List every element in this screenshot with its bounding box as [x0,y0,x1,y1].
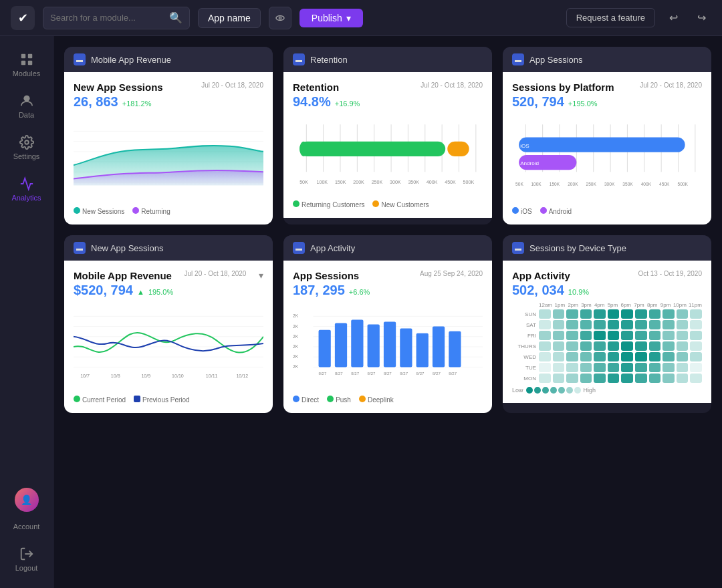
svg-rect-26 [299,142,445,156]
card5-icon: ▬ [293,242,305,254]
svg-rect-91 [368,325,380,368]
svg-text:100K: 100K [317,180,328,185]
search-icon: 🔍 [169,11,183,24]
svg-text:10/7: 10/7 [80,374,90,379]
svg-rect-28 [447,142,469,156]
svg-text:iOS: iOS [520,143,529,149]
svg-text:50K: 50K [515,182,523,186]
card4-expand[interactable]: ▾ [259,270,263,281]
svg-point-7 [25,140,29,144]
main-area: Modules Data Settings Analytics 👤 Accoun… [0,36,722,588]
svg-point-6 [23,96,29,102]
svg-text:500K: 500K [463,180,475,185]
svg-text:2K: 2K [293,344,299,349]
publish-button[interactable]: Publish ▾ [299,9,363,27]
svg-text:450K: 450K [445,180,456,185]
svg-text:8/27: 8/27 [335,371,343,376]
redo-button[interactable]: ↪ [691,8,711,28]
svg-text:300K: 300K [604,182,615,186]
svg-text:400K: 400K [427,180,438,185]
card1-header: ▬ Mobile App Revenue [64,47,273,72]
sidebar-item-data[interactable]: Data [3,88,50,124]
request-feature-button[interactable]: Request a feature [566,8,655,27]
svg-text:300K: 300K [390,180,401,185]
sidebar-item-account[interactable]: Account [3,517,50,536]
svg-rect-90 [351,319,363,367]
svg-rect-88 [319,330,331,368]
svg-rect-89 [335,323,347,368]
svg-rect-96 [449,331,461,368]
content-area: ▬ Mobile App Revenue New App Sessions Ju… [53,36,722,588]
card2-legend: Returning Customers New Customers [293,200,483,208]
svg-rect-27 [299,142,308,156]
svg-rect-93 [400,329,412,368]
svg-rect-3 [27,54,31,58]
sidebar-item-settings[interactable]: Settings [3,130,50,166]
card3-icon: ▬ [512,53,524,65]
svg-text:10/9: 10/9 [141,374,150,379]
svg-text:200K: 200K [353,180,364,185]
svg-text:8/27: 8/27 [416,371,425,376]
svg-text:100K: 100K [531,182,542,186]
sidebar-item-analytics[interactable]: Analytics [3,171,50,207]
svg-rect-2 [21,54,25,58]
card4-legend: Current Period Previous Period [74,396,263,404]
preview-button[interactable] [269,7,291,29]
svg-text:2K: 2K [293,313,299,318]
search-bar[interactable]: 🔍 [43,7,190,29]
svg-text:400K: 400K [641,182,652,186]
svg-text:200K: 200K [568,182,578,186]
sidebar: Modules Data Settings Analytics 👤 Accoun… [0,36,53,588]
card2-body: Retention Jul 20 - Oct 18, 2020 94.8% +1… [283,72,492,218]
card-retention: ▬ Retention Retention Jul 20 - Oct 18, 2… [283,47,492,225]
card4-icon: ▬ [74,242,86,254]
top-navigation: ✔ 🔍 App name Publish ▾ Request a feature… [0,0,722,36]
svg-text:450K: 450K [659,182,670,186]
svg-text:8/27: 8/27 [351,371,359,376]
card5-header: ▬ App Activity [283,235,492,261]
svg-rect-5 [27,61,31,65]
svg-text:350K: 350K [622,182,633,186]
svg-point-1 [279,17,281,19]
card-app-activity: ▬ App Activity App Sessions Aug 25 Sep 2… [283,235,492,413]
card6-icon: ▬ [512,242,524,254]
svg-text:8/27: 8/27 [400,371,408,376]
card1-legend: New Sessions Returning [74,207,263,215]
svg-text:8/27: 8/27 [319,371,327,376]
sidebar-item-logout[interactable]: Logout [3,541,50,577]
svg-text:50K: 50K [299,180,308,185]
card4-body: Mobile App Revenue Jul 20 - Oct 18, 2020… [64,261,273,413]
dashboard-grid: ▬ Mobile App Revenue New App Sessions Ju… [64,47,711,413]
svg-text:Android: Android [520,160,539,166]
card1-body: New App Sessions Jul 20 - Oct 18, 2020 2… [64,72,273,225]
account-avatar[interactable]: 👤 [15,488,39,512]
svg-text:8/27: 8/27 [449,371,457,376]
svg-text:2K: 2K [293,354,299,359]
card3-legend: iOS Android [512,207,702,215]
svg-text:8/27: 8/27 [368,371,376,376]
svg-text:8/27: 8/27 [433,371,441,376]
svg-text:250K: 250K [372,180,383,185]
svg-text:2K: 2K [293,334,299,339]
svg-text:350K: 350K [408,180,419,185]
svg-rect-4 [21,61,25,65]
card3-header: ▬ App Sessions [503,47,711,72]
svg-rect-95 [433,327,445,368]
svg-rect-94 [416,333,429,368]
svg-text:10/12: 10/12 [236,374,248,379]
undo-button[interactable]: ↩ [663,8,683,28]
search-input[interactable] [50,13,164,23]
sidebar-item-modules[interactable]: Modules [3,47,50,83]
chevron-down-icon: ▾ [346,13,351,23]
card5-body: App Sessions Aug 25 Sep 24, 2020 187, 29… [283,261,492,413]
svg-text:10/8: 10/8 [111,374,120,379]
card6-body: App Activity Oct 13 - Oct 19, 2020 502, … [503,261,711,403]
card6-header: ▬ Sessions by Device Type [503,235,711,261]
card-mobile-app-revenue: ▬ Mobile App Revenue New App Sessions Ju… [64,47,273,225]
app-name-button[interactable]: App name [198,8,261,28]
svg-text:250K: 250K [586,182,597,186]
svg-text:150K: 150K [335,180,346,185]
card4-header: ▬ New App Sessions [64,235,273,261]
svg-text:8/27: 8/27 [384,371,392,376]
svg-rect-50 [519,138,685,152]
